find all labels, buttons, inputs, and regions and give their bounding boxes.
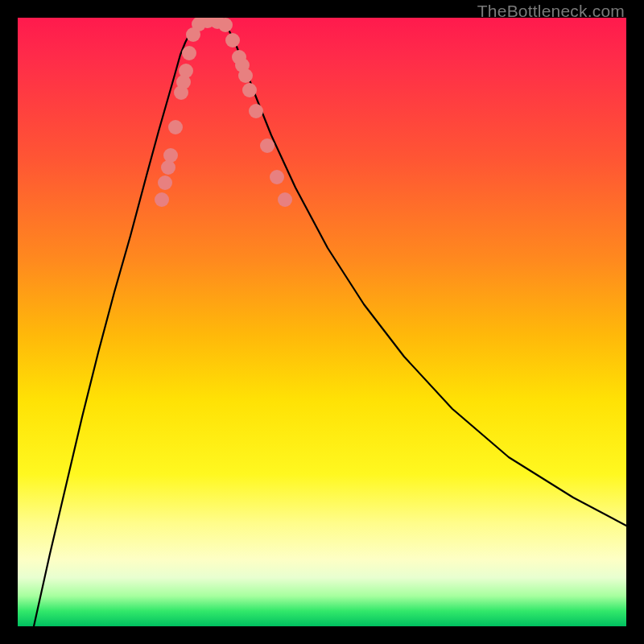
marker-dot [260, 138, 275, 153]
outer-frame: TheBottleneck.com [0, 0, 644, 644]
marker-dot [163, 148, 178, 163]
marker-dot [270, 170, 284, 184]
marker-group [155, 18, 292, 207]
plot-area [18, 18, 626, 626]
marker-dot [225, 33, 240, 47]
marker-dot [158, 175, 172, 190]
marker-dot [238, 68, 253, 83]
marker-dot [218, 18, 233, 32]
curve-svg [18, 18, 626, 626]
marker-dot [278, 192, 292, 207]
marker-dot [179, 64, 193, 78]
marker-dot [249, 104, 263, 118]
marker-dot [161, 160, 175, 175]
marker-dot [155, 192, 169, 207]
marker-dot [168, 120, 183, 134]
marker-dot [182, 46, 196, 60]
marker-dot [242, 83, 257, 97]
v-curve [34, 21, 626, 626]
